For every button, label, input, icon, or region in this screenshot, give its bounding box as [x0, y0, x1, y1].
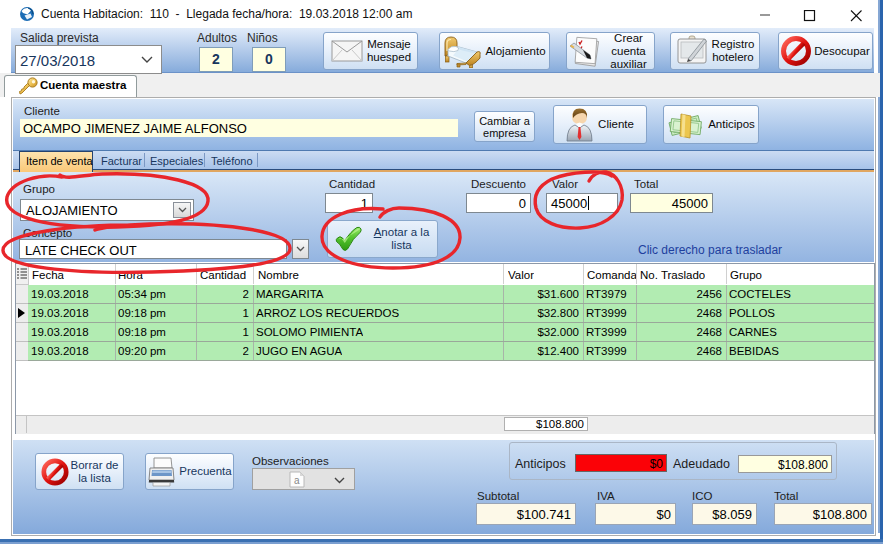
svg-text:a: a	[294, 475, 300, 486]
